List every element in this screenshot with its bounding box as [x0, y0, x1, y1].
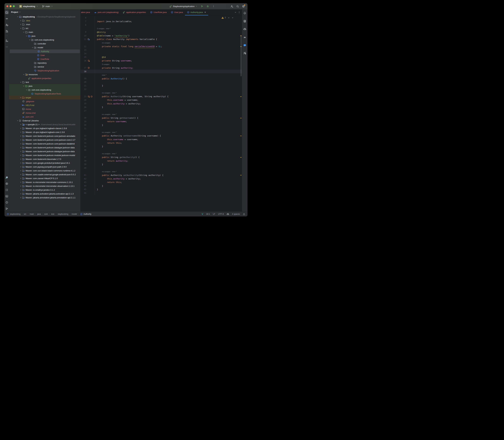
usages-hint[interactable]: 2 usages new *: [97, 28, 111, 29]
code-with-me-tool-button[interactable]: [243, 51, 247, 55]
file-encoding[interactable]: UTF-8: [218, 213, 224, 215]
chevron-right-icon[interactable]: [19, 143, 22, 145]
learn-tool-button[interactable]: ?: [5, 23, 9, 27]
chevron-down-icon[interactable]: [22, 74, 25, 75]
tree-item-mvnw[interactable]: mvnw: [9, 107, 80, 111]
usages-hint[interactable]: new *: [102, 74, 107, 76]
tree-item-maven-com-fasterxml-classmate-1-7-0[interactable]: Maven: com.fasterxml:classmate:1.7.0: [9, 157, 80, 161]
hidden-tabs-icon[interactable]: [235, 11, 237, 13]
settings-button[interactable]: [241, 4, 246, 8]
chevron-right-icon[interactable]: [19, 181, 22, 183]
chevron-down-icon[interactable]: [232, 17, 234, 19]
copilot-tool-button[interactable]: [243, 27, 247, 31]
breadcrumb-eve[interactable]: eve: [51, 213, 54, 215]
chevron-right-icon[interactable]: [19, 151, 22, 152]
tree-item-resources[interactable]: resources: [9, 72, 80, 76]
jpa-entity-icon[interactable]: [88, 38, 90, 41]
tree-item-maven-com-vaadin-external-google-android-json-0-0-2[interactable]: Maven: com.vaadin.external.google:androi…: [9, 173, 80, 176]
tree-item-maven-com-fasterxml-jackson-datatype-jackson-data[interactable]: Maven: com.fasterxml.jackson.datatype:ja…: [9, 146, 80, 150]
version-control-tool-button[interactable]: [5, 207, 9, 210]
tree-item-maven-io-smallrye-jandex-3-1-2[interactable]: Maven: io.smallrye:jandex:3.1.2: [9, 188, 80, 192]
breadcrumb-java[interactable]: java: [37, 213, 41, 215]
tree-item-maven-jakarta-activation-jakarta-activation-api-2-1-3[interactable]: Maven: jakarta.activation:jakarta.activa…: [9, 192, 80, 196]
branch-widget[interactable]: main: [41, 4, 54, 8]
chevron-right-icon[interactable]: [19, 170, 22, 172]
tree-item-maven-ch-qos-logback-logback-classic-1-5-6[interactable]: Maven: ch.qos.logback:logback-classic:1.…: [9, 126, 80, 130]
close-tab-icon[interactable]: ✕: [204, 11, 206, 13]
usages-hint[interactable]: no usages: [102, 42, 110, 44]
more-run-actions-button[interactable]: [211, 4, 216, 8]
tree-item-com-eve-staybooking[interactable]: com.eve.staybooking: [9, 88, 80, 92]
project-panel-header[interactable]: Project: [9, 9, 80, 15]
jpa-id-column-icon[interactable]: a: [88, 60, 90, 62]
tree-item-user[interactable]: CUser: [9, 53, 80, 57]
tree-item-maven-com-google-protobuf-protobuf-java-3-6-1[interactable]: Maven: com.google.protobuf:protobuf-java…: [9, 161, 80, 165]
tree-item-java[interactable]: java: [9, 84, 80, 88]
tree-item-external-libraries[interactable]: External Libraries: [9, 119, 80, 123]
maven-tool-button[interactable]: m: [243, 35, 247, 39]
breadcrumb-model[interactable]: model: [71, 213, 77, 215]
jpa-column-icon[interactable]: a: [90, 96, 93, 98]
tree-item-maven-com-jayway-jsonpath-json-path-2-9-0[interactable]: Maven: com.jayway.jsonpath:json-path:2.9…: [9, 165, 80, 169]
chevron-down-icon[interactable]: [19, 81, 22, 83]
breadcrumb-staybooking[interactable]: staybooking: [7, 213, 21, 215]
tree-item-gitignore[interactable]: .gitignore: [9, 99, 80, 103]
breadcrumb-src[interactable]: src: [24, 213, 27, 215]
tree-item-model[interactable]: model: [9, 45, 80, 49]
inspections-widget[interactable]: 7: [221, 16, 234, 19]
pull-requests-tool-button[interactable]: [5, 29, 9, 33]
tree-item-openjdk-21[interactable]: < openjdk-21 >/Users/eve/Library/Java/Ja…: [9, 123, 80, 126]
chevron-right-icon[interactable]: [19, 158, 22, 160]
chevron-right-icon[interactable]: [19, 174, 22, 175]
vim-plugin-icon[interactable]: V: [202, 213, 203, 215]
tree-item-mvn[interactable]: .mvn: [9, 22, 80, 26]
zoom-window-button[interactable]: [13, 5, 15, 7]
code-with-me-button[interactable]: [230, 4, 234, 8]
line-separator[interactable]: LF: [213, 213, 215, 215]
chevron-up-icon[interactable]: [228, 17, 230, 19]
indent-style[interactable]: 4 spaces: [232, 213, 240, 215]
warning-stripe-mark[interactable]: [240, 136, 242, 136]
chevron-down-icon[interactable]: [25, 89, 28, 91]
chevron-down-icon[interactable]: [19, 28, 22, 29]
tab-user-java[interactable]: CUser.java: [169, 9, 185, 15]
more-tools-button[interactable]: [5, 45, 9, 49]
tree-item-maven-ch-qos-logback-logback-core-1-5-6[interactable]: Maven: ch.qos.logback:logback-core:1.5.6: [9, 130, 80, 134]
breadcrumb-com[interactable]: com: [44, 213, 48, 215]
tree-item-java[interactable]: java: [9, 34, 80, 38]
breadcrumb-staybooking[interactable]: staybooking: [57, 213, 68, 215]
chevron-down-icon[interactable]: [22, 31, 25, 33]
usages-hint[interactable]: no usages new *: [102, 92, 116, 94]
notifications-tool-button[interactable]: [243, 11, 247, 15]
tree-item-help-md[interactable]: MHELP.md: [9, 103, 80, 107]
chevron-right-icon[interactable]: [19, 154, 22, 156]
debug-button[interactable]: [206, 4, 210, 8]
tree-item-staybookingapplication[interactable]: CStaybookingApplication: [9, 69, 80, 72]
problems-tool-button[interactable]: [5, 200, 9, 204]
jpa-column-icon[interactable]: a: [88, 67, 90, 69]
chevron-right-icon[interactable]: [19, 127, 22, 129]
tab-application-properties[interactable]: application.properties: [121, 9, 148, 15]
tree-item-target[interactable]: target: [9, 96, 80, 99]
commit-tool-button[interactable]: [5, 17, 9, 21]
usages-hint[interactable]: 3 usages: [102, 63, 109, 65]
tree-item-maven-jakarta-annotation-jakarta-annotation-api-2-1-1[interactable]: Maven: jakarta.annotation:jakarta.annota…: [9, 196, 80, 199]
usages-hint[interactable]: no usages new *: [102, 153, 116, 155]
structure-tool-button[interactable]: [5, 39, 9, 42]
tree-item-maven-com-fasterxml-jackson-datatype-jackson-data[interactable]: Maven: com.fasterxml.jackson.datatype:ja…: [9, 150, 80, 153]
chevron-right-icon[interactable]: [19, 193, 22, 195]
chevron-right-icon[interactable]: [19, 185, 22, 187]
tab-authority-java[interactable]: CAuthority.java✕: [185, 9, 208, 15]
tree-item-maven-com-fasterxml-jackson-module-jackson-modul[interactable]: Maven: com.fasterxml.jackson.module:jack…: [9, 153, 80, 157]
tree-item-maven-com-fasterxml-jackson-core-jackson-core-2-17[interactable]: Maven: com.fasterxml.jackson.core:jackso…: [9, 138, 80, 142]
chevron-right-icon[interactable]: [19, 189, 22, 191]
chevron-right-icon[interactable]: [19, 135, 22, 137]
tree-item-com-eve-staybooking[interactable]: com.eve.staybooking: [9, 38, 80, 42]
services-tool-button[interactable]: [5, 182, 9, 186]
tree-item-maven-com-zaxxer-hikaricp-5-1-0[interactable]: Maven: com.zaxxer:HikariCP:5.1.0: [9, 176, 80, 180]
tree-item-maven-com-fasterxml-jackson-core-jackson-databind[interactable]: Maven: com.fasterxml.jackson.core:jackso…: [9, 142, 80, 146]
tree-item-repository[interactable]: repository: [9, 61, 80, 65]
chevron-right-icon[interactable]: [19, 147, 22, 149]
tree-item-maven-io-micrometer-micrometer-observation-1-13-1[interactable]: Maven: io.micrometer:micrometer-observat…: [9, 184, 80, 188]
chevron-down-icon[interactable]: [31, 47, 34, 48]
